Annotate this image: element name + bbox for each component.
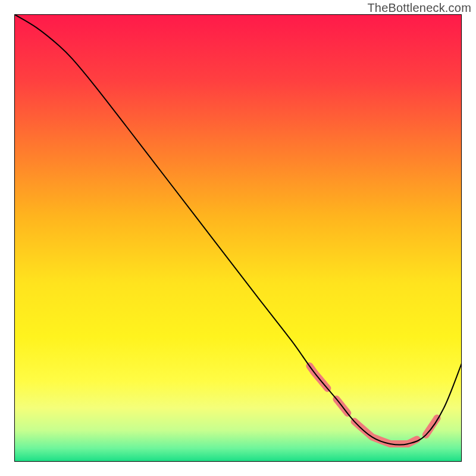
bottleneck-chart <box>14 14 462 462</box>
chart-background-gradient <box>14 14 462 462</box>
plot-area <box>14 14 462 462</box>
watermark-text: TheBottleneck.com <box>367 1 471 15</box>
